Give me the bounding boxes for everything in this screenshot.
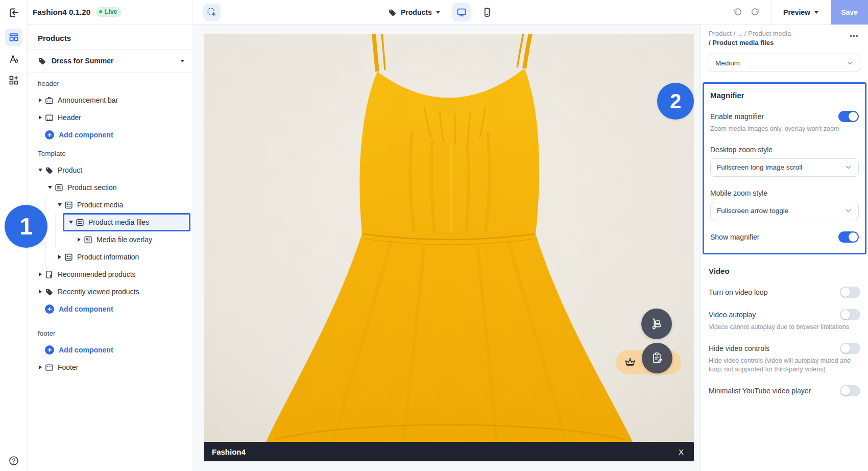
save-button[interactable]: Save bbox=[831, 0, 868, 25]
preview-button[interactable]: Preview bbox=[778, 5, 824, 19]
toggle-knob bbox=[841, 310, 850, 319]
toggle-hide-video-controls[interactable] bbox=[840, 343, 860, 354]
add-component-label: Add component bbox=[59, 131, 113, 139]
caret-right-icon[interactable] bbox=[75, 238, 84, 242]
order-note-button[interactable] bbox=[642, 343, 672, 373]
setting-label: Show magnifier bbox=[710, 233, 760, 241]
caret-right-icon[interactable] bbox=[36, 272, 45, 276]
sidebar-heading: Products bbox=[28, 25, 192, 49]
caret-down-icon[interactable] bbox=[36, 169, 45, 172]
select-value: Fullscreen long image scroll bbox=[717, 163, 845, 171]
tree-item-label: Media file overlay bbox=[97, 236, 152, 244]
close-icon[interactable]: X bbox=[677, 446, 686, 457]
more-options-icon[interactable]: ⋯ bbox=[849, 30, 860, 42]
chevron-down-icon bbox=[846, 59, 854, 67]
annotation-step-1: 1 bbox=[5, 205, 47, 248]
caret-right-icon[interactable] bbox=[36, 365, 45, 369]
select-tool-button[interactable] bbox=[203, 4, 221, 21]
tree-item-product-media-files[interactable]: Product media files bbox=[28, 214, 192, 231]
exit-editor-button[interactable] bbox=[5, 4, 22, 21]
undo-button[interactable] bbox=[731, 6, 744, 19]
tree-item-label: Product media files bbox=[88, 218, 149, 226]
plus-circle-icon: + bbox=[45, 130, 54, 139]
video-heading: Video bbox=[709, 267, 860, 275]
tree-item-product[interactable]: Product bbox=[28, 161, 192, 179]
tree-item-product-section[interactable]: Product section bbox=[28, 179, 192, 196]
caret-right-icon[interactable] bbox=[36, 98, 45, 102]
tree-item-header[interactable]: Header bbox=[28, 109, 192, 126]
toggle-turn-on-video-loop[interactable] bbox=[840, 287, 860, 298]
breadcrumb: Product / ... / Product media / Product … bbox=[709, 30, 849, 46]
setting-row-hide-video-controls: Hide video controls bbox=[709, 343, 860, 354]
setting-label-mobile-zoom-style: Mobile zoom style bbox=[710, 189, 859, 197]
mobile-view-button[interactable] bbox=[478, 3, 496, 21]
setting-label: Minimalist YouTube video player bbox=[709, 387, 811, 395]
setting-helper-text: Videos cannot autoplay due to browser li… bbox=[709, 323, 860, 332]
exit-icon bbox=[8, 7, 19, 18]
select-desktop-zoom-style[interactable]: Fullscreen long image scroll bbox=[710, 158, 859, 177]
toggle-video-autoplay[interactable] bbox=[840, 309, 860, 320]
page-icon bbox=[45, 270, 54, 279]
theme-icon bbox=[9, 54, 19, 64]
tree-guide-line bbox=[55, 231, 65, 248]
caret-down-icon[interactable] bbox=[66, 221, 76, 224]
app-window: Fashion4 0.1.20 Live Products bbox=[0, 0, 868, 471]
tree-item-label: Product media bbox=[77, 201, 123, 209]
caret-right-icon[interactable] bbox=[55, 255, 64, 259]
add-component-button[interactable]: +Add component bbox=[28, 126, 192, 144]
select-tool-icon bbox=[207, 7, 217, 17]
page-type-dropdown[interactable]: Products bbox=[383, 5, 445, 20]
toggle-knob bbox=[841, 288, 850, 297]
tree-guide-line bbox=[36, 248, 45, 266]
setting-label: Enable magnifier bbox=[710, 112, 764, 121]
add-component-button[interactable]: +Add component bbox=[28, 300, 192, 318]
breadcrumb-parents[interactable]: Product / ... / Product media bbox=[709, 30, 849, 37]
media-size-value: Medium bbox=[715, 59, 846, 67]
caret-right-icon[interactable] bbox=[36, 115, 45, 120]
product-selector-dropdown[interactable]: Dress for Summer bbox=[28, 50, 192, 72]
tree-guide-line bbox=[45, 231, 55, 248]
redo-button[interactable] bbox=[749, 6, 762, 19]
tree-item-recommended-products[interactable]: Recommended products bbox=[28, 266, 192, 283]
toggle-show-magnifier[interactable] bbox=[838, 231, 859, 243]
desktop-view-button[interactable] bbox=[452, 3, 471, 21]
tree-item-media-file-overlay[interactable]: Media file overlay bbox=[28, 231, 192, 248]
caret-right-icon[interactable] bbox=[36, 290, 45, 294]
tree-item-label: Product information bbox=[77, 253, 139, 261]
component-tree-sidebar: Products Dress for Summer headerAnnounce… bbox=[28, 25, 193, 471]
setting-label: Video autoplay bbox=[709, 311, 756, 319]
magnifier-settings-highlight: Magnifier Enable magnifierZoom media ima… bbox=[703, 82, 866, 254]
setting-label-desktop-zoom-style: Desktop zoom style bbox=[710, 146, 859, 154]
group-label-footer: footer bbox=[28, 323, 192, 341]
tree-item-footer[interactable]: Footer bbox=[28, 359, 192, 376]
select-mobile-zoom-style[interactable]: Fullscreen arrow toggle bbox=[710, 202, 859, 220]
undo-icon bbox=[732, 7, 742, 17]
section-icon bbox=[84, 236, 92, 244]
preview-canvas: Fashion4 X bbox=[194, 25, 701, 471]
setting-label: Turn on video loop bbox=[709, 288, 767, 296]
crown-icon bbox=[624, 356, 636, 368]
media-size-select[interactable]: Medium bbox=[709, 54, 860, 72]
video-settings: Video Turn on video loopVideo autoplayVi… bbox=[709, 267, 860, 396]
tree-item-product-media[interactable]: Product media bbox=[28, 196, 192, 214]
tree-guide-line bbox=[45, 248, 55, 266]
toggle-enable-magnifier[interactable] bbox=[838, 111, 859, 122]
shipping-info-button[interactable] bbox=[641, 309, 672, 339]
toggle-minimalist-youtube-video-player[interactable] bbox=[840, 385, 860, 396]
sections-panel-button[interactable] bbox=[5, 29, 22, 46]
tree-item-announcement-bar[interactable]: Announcement bar bbox=[28, 91, 192, 109]
add-component-button[interactable]: +Add component bbox=[28, 341, 192, 359]
tree-item-label: Product bbox=[58, 166, 82, 174]
tree-item-recently-viewed-products[interactable]: Recently viewed products bbox=[28, 283, 192, 300]
help-button[interactable] bbox=[0, 456, 28, 466]
theme-styles-button[interactable] bbox=[5, 50, 22, 67]
caret-down-icon[interactable] bbox=[45, 186, 55, 189]
section-icon bbox=[55, 183, 63, 192]
tree-item-product-information[interactable]: Product information bbox=[28, 248, 192, 266]
caret-down-icon[interactable] bbox=[55, 203, 64, 206]
setting-row-minimalist-youtube-video-player: Minimalist YouTube video player bbox=[709, 385, 860, 396]
page-type-label: Products bbox=[401, 8, 432, 16]
annotation-step-2: 2 bbox=[657, 83, 694, 120]
toggle-knob bbox=[841, 386, 850, 395]
apps-button[interactable] bbox=[5, 72, 22, 89]
